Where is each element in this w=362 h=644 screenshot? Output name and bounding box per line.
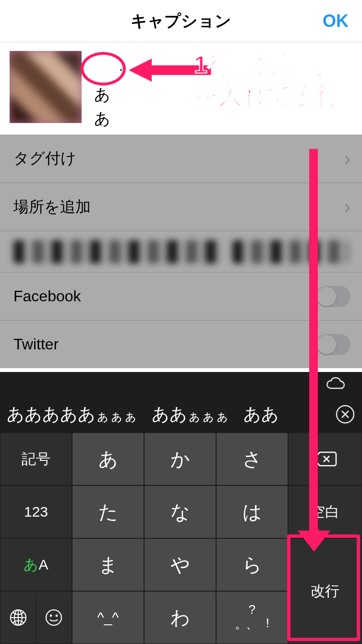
annotation-line-down bbox=[309, 149, 318, 535]
tag-people-row[interactable]: タグ付け › bbox=[0, 135, 362, 183]
ok-button[interactable]: OK bbox=[323, 0, 349, 42]
key-globe-emoji[interactable] bbox=[0, 591, 72, 644]
row-label: Facebook bbox=[13, 287, 81, 305]
key-ra[interactable]: ら bbox=[216, 538, 288, 591]
cloud-icon[interactable] bbox=[326, 377, 348, 391]
key-sa[interactable]: さ bbox=[216, 433, 288, 485]
svg-point-3 bbox=[46, 610, 61, 625]
page-title: キャプション bbox=[131, 10, 231, 32]
candidate[interactable]: あああああぁぁぁ bbox=[7, 403, 137, 426]
annotation-circle bbox=[81, 52, 126, 86]
candidate[interactable]: ああ bbox=[243, 403, 279, 426]
location-suggestions bbox=[0, 231, 362, 272]
key-ta[interactable]: た bbox=[72, 485, 144, 538]
row-label: 場所を追加 bbox=[13, 197, 91, 218]
svg-point-5 bbox=[56, 615, 58, 617]
key-symbols[interactable]: 記号 bbox=[0, 433, 72, 485]
key-wa[interactable]: わ bbox=[144, 591, 216, 644]
svg-point-4 bbox=[50, 615, 52, 617]
emoji-icon[interactable] bbox=[36, 592, 72, 644]
toggle-switch[interactable] bbox=[316, 334, 350, 355]
key-delete[interactable] bbox=[288, 433, 362, 485]
keyboard-top-bar bbox=[0, 372, 362, 396]
candidate-bar: あああああぁぁぁ ああぁぁぁ ああ bbox=[0, 396, 362, 433]
key-ya[interactable]: や bbox=[144, 538, 216, 591]
key-ha[interactable]: は bbox=[216, 485, 288, 538]
share-facebook-row[interactable]: Facebook bbox=[0, 272, 362, 320]
key-a[interactable]: あ bbox=[72, 433, 144, 485]
row-label: タグ付け bbox=[13, 148, 76, 169]
key-na[interactable]: な bbox=[144, 485, 216, 538]
row-label: Twitter bbox=[13, 335, 59, 353]
share-twitter-row[interactable]: Twitter bbox=[0, 320, 362, 368]
candidate[interactable]: ああぁぁぁ bbox=[152, 403, 229, 426]
key-ka[interactable]: か bbox=[144, 433, 216, 485]
chevron-right-icon: › bbox=[344, 196, 350, 218]
options-panel: タグ付け › 場所を追加 › Facebook Twitter bbox=[0, 135, 362, 368]
close-candidates-icon[interactable] bbox=[335, 404, 355, 424]
key-kaomoji[interactable]: ^_^ bbox=[72, 591, 144, 644]
annotation-text: 1行目に記号を入れて改行 bbox=[194, 50, 348, 111]
key-punct[interactable]: ? 。 、 ! bbox=[216, 591, 288, 644]
chevron-right-icon: › bbox=[344, 148, 350, 170]
key-kana-mode[interactable]: あA bbox=[0, 538, 72, 591]
header: キャプション OK bbox=[0, 0, 362, 42]
location-chip[interactable] bbox=[13, 240, 223, 263]
annotation-highlight-box bbox=[287, 534, 360, 641]
add-location-row[interactable]: 場所を追加 › bbox=[0, 183, 362, 231]
photo-thumbnail[interactable] bbox=[10, 51, 82, 123]
key-123[interactable]: 123 bbox=[0, 485, 72, 538]
toggle-switch[interactable] bbox=[316, 286, 350, 307]
globe-icon[interactable] bbox=[0, 592, 36, 644]
key-ma[interactable]: ま bbox=[72, 538, 144, 591]
location-chip[interactable] bbox=[232, 240, 349, 263]
